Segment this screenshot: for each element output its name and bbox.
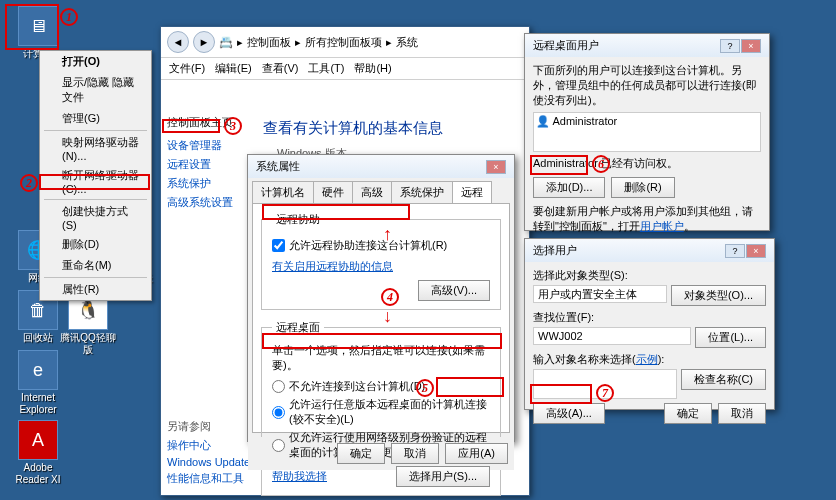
see-also: 另请参阅 操作中心 Windows Update 性能信息和工具: [167, 419, 250, 489]
sidebar-link-devmgr[interactable]: 设备管理器: [167, 138, 249, 153]
breadcrumb-item[interactable]: 📇: [219, 36, 233, 49]
advanced-button[interactable]: 高级(A)...: [533, 403, 605, 424]
breadcrumb-item[interactable]: 系统: [396, 35, 418, 50]
tab-remote[interactable]: 远程: [452, 181, 492, 203]
tab-protection[interactable]: 系统保护: [391, 181, 453, 203]
menubar: 文件(F) 编辑(E) 查看(V) 工具(T) 帮助(H): [161, 58, 529, 80]
object-types-button[interactable]: 对象类型(O)...: [671, 285, 766, 306]
sidebar-link-remote[interactable]: 远程设置: [167, 157, 249, 172]
tab-advanced[interactable]: 高级: [352, 181, 392, 203]
user-accounts-link[interactable]: 用户帐户: [640, 220, 684, 232]
sidebar-link-advanced[interactable]: 高级系统设置: [167, 195, 249, 210]
titlebar: 系统属性 ×: [248, 155, 514, 178]
menu-help[interactable]: 帮助(H): [354, 61, 391, 76]
menu-edit[interactable]: 编辑(E): [215, 61, 252, 76]
menu-view[interactable]: 查看(V): [262, 61, 299, 76]
ie-icon[interactable]: eInternet Explorer: [8, 350, 68, 416]
close-icon[interactable]: ×: [741, 39, 761, 53]
example-link[interactable]: 示例: [636, 353, 658, 365]
ra-info-link[interactable]: 有关启用远程协助的信息: [272, 260, 393, 272]
tab-hardware[interactable]: 硬件: [313, 181, 353, 203]
system-properties-dialog: 系统属性 × 计算机名 硬件 高级 系统保护 远程 远程协助 允许远程协助连接这…: [247, 154, 515, 442]
sidebar-link-protect[interactable]: 系统保护: [167, 176, 249, 191]
ctx-open[interactable]: 打开(O): [40, 51, 151, 72]
see-also-link[interactable]: Windows Update: [167, 456, 250, 468]
sidebar: 控制面板主页 设备管理器 远程设置 系统保护 高级系统设置 另请参阅 操作中心 …: [161, 109, 255, 495]
select-users-dialog: 选择用户?× 选择此对象类型(S): 对象类型(O)... 查找位置(F): 位…: [524, 238, 775, 410]
ctx-item[interactable]: 映射网络驱动器(N)...: [40, 132, 151, 165]
help-icon[interactable]: ?: [725, 244, 745, 258]
close-icon[interactable]: ×: [746, 244, 766, 258]
ctx-properties[interactable]: 属性(R): [40, 279, 151, 300]
apply-button[interactable]: 应用(A): [445, 443, 508, 464]
breadcrumb-item[interactable]: 所有控制面板项: [305, 35, 382, 50]
menu-file[interactable]: 文件(F): [169, 61, 205, 76]
rd-opt-any[interactable]: 允许运行任意版本远程桌面的计算机连接(较不安全)(L): [272, 397, 490, 427]
ctx-item[interactable]: 删除(D): [40, 234, 151, 255]
add-button[interactable]: 添加(D)...: [533, 177, 605, 198]
breadcrumb-item[interactable]: 控制面板: [247, 35, 291, 50]
see-also-link[interactable]: 性能信息和工具: [167, 471, 250, 486]
ctx-item[interactable]: 断开网络驱动器(C)...: [40, 165, 151, 198]
context-menu: 打开(O) 显示/隐藏 隐藏文件 管理(G) 映射网络驱动器(N)... 断开网…: [39, 50, 152, 301]
object-type-field[interactable]: [533, 285, 667, 303]
cancel-button[interactable]: 取消: [391, 443, 439, 464]
help-icon[interactable]: ?: [720, 39, 740, 53]
ctx-item[interactable]: 显示/隐藏 隐藏文件: [40, 72, 151, 108]
check-names-button[interactable]: 检查名称(C): [681, 369, 766, 390]
breadcrumb: ◄ ► 📇 ▸控制面板 ▸所有控制面板项 ▸系统: [161, 27, 529, 58]
rd-help-link[interactable]: 帮助我选择: [272, 469, 327, 484]
page-title: 查看有关计算机的基本信息: [263, 119, 521, 138]
ctx-item[interactable]: 管理(G): [40, 108, 151, 129]
remote-assistance-group: 远程协助 允许远程协助连接这台计算机(R) 有关启用远程协助的信息 高级(V).…: [261, 212, 501, 310]
select-users-button[interactable]: 选择用户(S)...: [396, 466, 490, 487]
location-field[interactable]: [533, 327, 691, 345]
menu-tools[interactable]: 工具(T): [308, 61, 344, 76]
locations-button[interactable]: 位置(L)...: [695, 327, 766, 348]
cancel-button[interactable]: 取消: [718, 403, 766, 424]
tabstrip: 计算机名 硬件 高级 系统保护 远程: [248, 178, 514, 203]
close-icon[interactable]: ×: [486, 160, 506, 174]
ok-button[interactable]: 确定: [337, 443, 385, 464]
adobe-icon[interactable]: AAdobe Reader XI: [8, 420, 68, 486]
object-names-field[interactable]: [533, 369, 677, 399]
forward-button[interactable]: ►: [193, 31, 215, 53]
back-button[interactable]: ◄: [167, 31, 189, 53]
rd-opt-none[interactable]: 不允许连接到这台计算机(D): [272, 379, 490, 394]
users-list[interactable]: 👤 Administrator: [533, 112, 761, 152]
ra-allow-checkbox[interactable]: 允许远程协助连接这台计算机(R): [272, 238, 490, 253]
sidebar-header: 控制面板主页: [167, 115, 249, 130]
ctx-item[interactable]: 重命名(M): [40, 255, 151, 276]
ra-advanced-button[interactable]: 高级(V)...: [418, 280, 490, 301]
remove-button[interactable]: 删除(R): [611, 177, 674, 198]
remote-desktop-users-dialog: 远程桌面用户?× 下面所列的用户可以连接到这台计算机。另外，管理员组中的任何成员…: [524, 33, 770, 231]
ctx-item[interactable]: 创建快捷方式(S): [40, 201, 151, 234]
tab-computer-name[interactable]: 计算机名: [252, 181, 314, 203]
see-also-link[interactable]: 操作中心: [167, 438, 250, 453]
ok-button[interactable]: 确定: [664, 403, 712, 424]
